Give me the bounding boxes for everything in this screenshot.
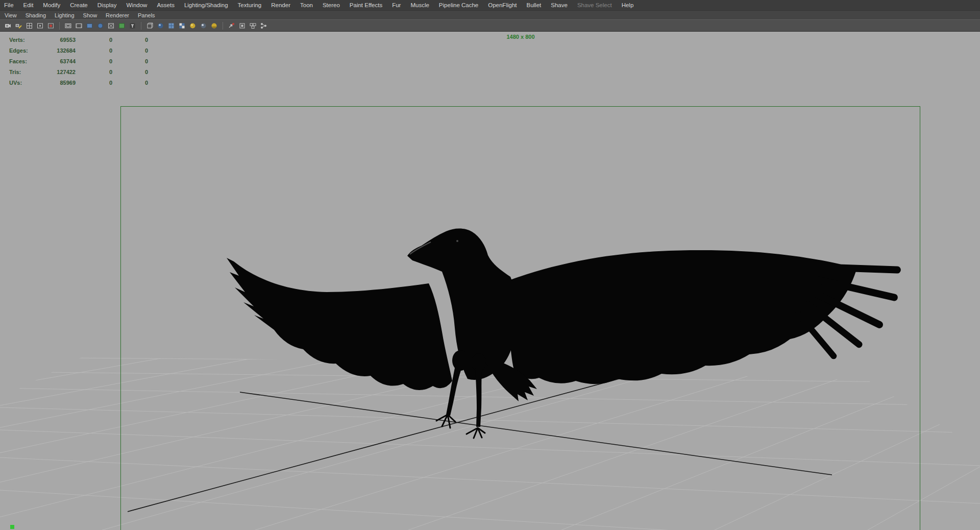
hud-uvs-value: 85969 xyxy=(46,78,76,88)
menu-lighting-shading[interactable]: Lighting/Shading xyxy=(184,2,228,8)
toolbar-separator xyxy=(59,22,60,30)
hud-faces-col2: 0 xyxy=(76,56,112,67)
viewport-status-dot xyxy=(10,525,14,529)
menu-muscle[interactable]: Muscle xyxy=(410,2,429,8)
use-default-material-icon[interactable] xyxy=(177,21,187,31)
shader-network-icon[interactable] xyxy=(259,21,268,31)
wireframe-icon[interactable] xyxy=(145,21,155,31)
panel-menu-renderer[interactable]: Renderer xyxy=(106,12,129,18)
hud-tris-col2: 0 xyxy=(76,67,112,78)
multi-view-icon[interactable] xyxy=(248,21,258,31)
menu-openflight[interactable]: OpenFlight xyxy=(488,2,517,8)
select-camera-icon[interactable] xyxy=(3,21,13,31)
hud-faces-value: 63744 xyxy=(46,56,76,67)
viewport-3d[interactable] xyxy=(0,32,980,530)
menu-create[interactable]: Create xyxy=(70,2,88,8)
hud-edges-col2: 0 xyxy=(76,45,112,56)
gate-mask-icon[interactable] xyxy=(85,21,94,31)
menu-display[interactable]: Display xyxy=(97,2,117,8)
hud-faces-label: Faces: xyxy=(9,56,46,67)
hud-verts-col2: 0 xyxy=(76,35,112,45)
panel-menu-lighting[interactable]: Lighting xyxy=(55,12,75,18)
hud-edges-col3: 0 xyxy=(112,45,148,56)
menu-edit[interactable]: Edit xyxy=(23,2,34,8)
resolution-gate-icon[interactable] xyxy=(74,21,84,31)
viewport-scene xyxy=(0,32,980,530)
menu-assets[interactable]: Assets xyxy=(157,2,175,8)
menu-paint-effects[interactable]: Paint Effects xyxy=(350,2,382,8)
menu-stereo[interactable]: Stereo xyxy=(323,2,340,8)
menu-pipeline-cache[interactable]: Pipeline Cache xyxy=(439,2,478,8)
panel-menu-view[interactable]: View xyxy=(5,12,17,18)
bookmarks-icon[interactable] xyxy=(24,21,34,31)
two-d-pan-zoom-icon[interactable] xyxy=(46,21,56,31)
menu-fur[interactable]: Fur xyxy=(392,2,401,8)
shaded-icon[interactable] xyxy=(156,21,165,31)
resolution-gate-label: 1480 x 800 xyxy=(470,34,572,40)
shadows-icon[interactable] xyxy=(199,21,208,31)
panel-menubar: View Shading Lighting Show Renderer Pane… xyxy=(0,10,980,19)
panel-toolbar xyxy=(0,19,980,32)
menu-render[interactable]: Render xyxy=(271,2,290,8)
panel-menu-show[interactable]: Show xyxy=(83,12,97,18)
image-plane-icon[interactable] xyxy=(35,21,45,31)
ground-grid xyxy=(0,357,980,530)
field-chart-icon[interactable] xyxy=(95,21,105,31)
eye-highlight xyxy=(456,240,458,242)
hud-uvs-col2: 0 xyxy=(76,78,112,88)
toolbar-separator xyxy=(223,22,223,30)
hud-verts-col3: 0 xyxy=(112,35,148,45)
hud-faces-col3: 0 xyxy=(112,56,148,67)
textured-icon[interactable] xyxy=(166,21,176,31)
menu-bullet[interactable]: Bullet xyxy=(526,2,541,8)
menu-window[interactable]: Window xyxy=(126,2,147,8)
hud-edges-value: 132684 xyxy=(46,45,76,56)
menu-toon[interactable]: Toon xyxy=(300,2,313,8)
maya-window: File Edit Modify Create Display Window A… xyxy=(0,0,980,530)
menu-modify[interactable]: Modify xyxy=(43,2,60,8)
hud-tris-col3: 0 xyxy=(112,67,148,78)
menu-file[interactable]: File xyxy=(4,2,14,8)
hud-edges-label: Edges: xyxy=(9,45,46,56)
main-menubar: File Edit Modify Create Display Window A… xyxy=(0,0,980,10)
panel-menu-shading[interactable]: Shading xyxy=(26,12,46,18)
hud-uvs-label: UVs: xyxy=(9,78,46,88)
hud-uvs-col3: 0 xyxy=(112,78,148,88)
toolbar-separator xyxy=(141,22,141,30)
panel-menu-panels[interactable]: Panels xyxy=(138,12,155,18)
hud-verts-label: Verts: xyxy=(9,35,46,45)
hud-verts-value: 69553 xyxy=(46,35,76,45)
hud-tris-label: Tris: xyxy=(9,67,46,78)
safe-title-icon[interactable] xyxy=(117,21,127,31)
menu-texturing[interactable]: Texturing xyxy=(238,2,262,8)
safe-action-icon[interactable] xyxy=(106,21,116,31)
menu-help[interactable]: Help xyxy=(622,2,634,8)
hud-tris-value: 127422 xyxy=(46,67,76,78)
film-gate-icon[interactable] xyxy=(63,21,73,31)
all-lights-icon[interactable] xyxy=(188,21,198,31)
poly-count-hud: Verts: 69553 0 0 Edges: 132684 0 0 Faces… xyxy=(9,35,148,88)
hud-toggle-icon[interactable] xyxy=(128,21,137,31)
textures-icon[interactable] xyxy=(209,21,219,31)
raven-model[interactable] xyxy=(227,229,901,439)
menu-shave[interactable]: Shave xyxy=(551,2,568,8)
xray-icon[interactable] xyxy=(237,21,247,31)
isolate-select-icon[interactable] xyxy=(227,21,236,31)
camera-attributes-icon[interactable] xyxy=(14,21,23,31)
menu-shave-select: Shave Select xyxy=(577,2,612,8)
